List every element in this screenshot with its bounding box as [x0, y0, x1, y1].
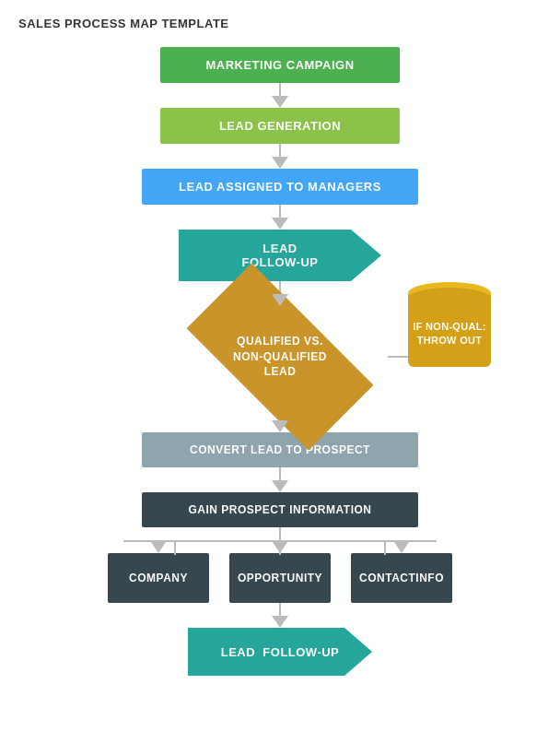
lead-generation-box: LEAD GENERATION [160, 108, 400, 144]
page-title: SALES PROCESS MAP TEMPLATE [18, 17, 542, 30]
arrow-down [272, 218, 288, 230]
company-branch: COMPANY [108, 542, 209, 603]
arrow-down [272, 157, 288, 169]
branch-connector: COMPANY OPPORTUNITY CONTACT INFO [18, 527, 542, 628]
flowchart: MARKETING CAMPAIGN LEAD GENERATION LEAD … [18, 47, 542, 676]
connector-6 [272, 467, 288, 492]
lead-followup-2-box: LEAD FOLLOW-UP [188, 628, 372, 676]
contact-info-box: CONTACT INFO [351, 553, 452, 603]
company-box: COMPANY [108, 553, 209, 603]
arrow-down [272, 420, 288, 432]
diamond-row: QUALIFIED VS. NON-QUALIFIED LEAD IF NON-… [18, 306, 542, 407]
arrow-down [272, 294, 288, 306]
lead-followup-1-box: LEAD FOLLOW-UP [179, 230, 381, 281]
marketing-campaign-box: MARKETING CAMPAIGN [160, 47, 400, 83]
convert-lead-box: CONVERT LEAD TO PROSPECT [142, 432, 418, 467]
arrow-down [272, 96, 288, 108]
contact-info-branch: CONTACT INFO [351, 542, 452, 603]
qualified-lead-diamond: QUALIFIED VS. NON-QUALIFIED LEAD [179, 306, 381, 407]
connector-2 [272, 144, 288, 169]
arrow-line [279, 83, 281, 96]
connector-3 [272, 205, 288, 230]
connector-1 [272, 83, 288, 108]
arrow-line [279, 205, 281, 218]
non-qual-cylinder-container: IF NON-QUAL: THROW OUT [408, 293, 491, 367]
arrow-line [279, 467, 281, 480]
non-qual-cylinder: IF NON-QUAL: THROW OUT [408, 293, 491, 367]
lead-assigned-box: LEAD ASSIGNED TO MANAGERS [142, 169, 418, 205]
opportunity-box: OPPORTUNITY [229, 553, 331, 603]
arrow-line [279, 144, 281, 157]
arrow-down [272, 480, 288, 492]
gain-prospect-box: GAIN PROSPECT INFORMATION [142, 492, 418, 527]
